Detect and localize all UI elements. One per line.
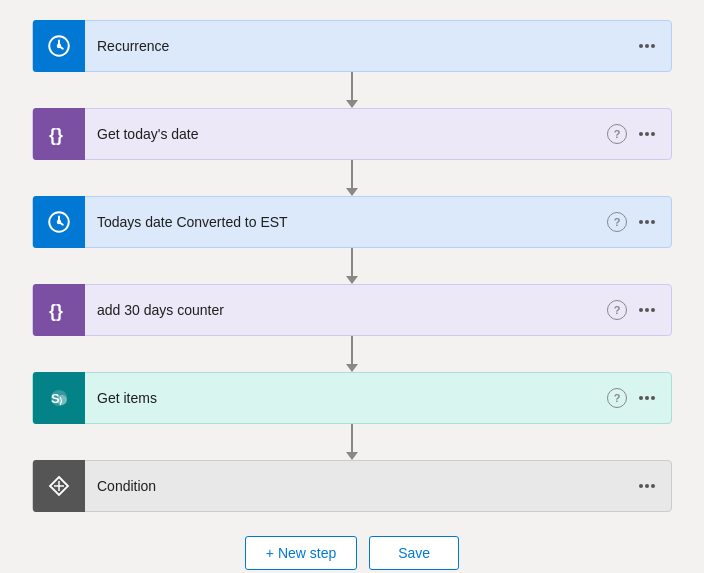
- connector-arrow: [346, 188, 358, 196]
- step-card-add-30-days[interactable]: {} add 30 days counter?: [32, 284, 672, 336]
- step-icon-get-items: S ⟩: [33, 372, 85, 424]
- step-label-get-todays-date: Get today's date: [97, 126, 607, 142]
- svg-point-3: [58, 45, 61, 48]
- connector-3: [346, 336, 358, 372]
- svg-text:{}: {}: [49, 125, 63, 145]
- help-icon-get-todays-date[interactable]: ?: [607, 124, 627, 144]
- step-icon-add-30-days: {}: [33, 284, 85, 336]
- ellipsis-btn-get-items[interactable]: [635, 392, 659, 404]
- connector-line: [351, 336, 353, 364]
- step-card-todays-date-converted[interactable]: Todays date Converted to EST?: [32, 196, 672, 248]
- svg-text:{}: {}: [49, 301, 63, 321]
- connector-line: [351, 160, 353, 188]
- new-step-button[interactable]: + New step: [245, 536, 357, 570]
- connector-1: [346, 160, 358, 196]
- connector-line: [351, 72, 353, 100]
- connector-4: [346, 424, 358, 460]
- step-card-get-items[interactable]: S ⟩ Get items?: [32, 372, 672, 424]
- step-label-add-30-days: add 30 days counter: [97, 302, 607, 318]
- save-button[interactable]: Save: [369, 536, 459, 570]
- help-icon-get-items[interactable]: ?: [607, 388, 627, 408]
- step-actions-add-30-days: ?: [607, 300, 659, 320]
- step-label-get-items: Get items: [97, 390, 607, 406]
- step-label-condition: Condition: [97, 478, 635, 494]
- help-icon-add-30-days[interactable]: ?: [607, 300, 627, 320]
- connector-0: [346, 72, 358, 108]
- ellipsis-btn-recurrence[interactable]: [635, 40, 659, 52]
- step-actions-todays-date-converted: ?: [607, 212, 659, 232]
- bottom-bar: + New step Save: [245, 536, 459, 570]
- step-card-get-todays-date[interactable]: {} Get today's date?: [32, 108, 672, 160]
- connector-arrow: [346, 100, 358, 108]
- step-actions-get-items: ?: [607, 388, 659, 408]
- svg-text:⟩: ⟩: [59, 396, 63, 406]
- connector-arrow: [346, 364, 358, 372]
- step-actions-recurrence: [635, 40, 659, 52]
- step-card-condition[interactable]: Condition: [32, 460, 672, 512]
- ellipsis-btn-add-30-days[interactable]: [635, 304, 659, 316]
- step-actions-condition: [635, 480, 659, 492]
- svg-point-8: [58, 221, 61, 224]
- step-card-recurrence[interactable]: Recurrence: [32, 20, 672, 72]
- step-label-todays-date-converted: Todays date Converted to EST: [97, 214, 607, 230]
- connector-line: [351, 424, 353, 452]
- step-icon-get-todays-date: {}: [33, 108, 85, 160]
- ellipsis-btn-todays-date-converted[interactable]: [635, 216, 659, 228]
- ellipsis-btn-get-todays-date[interactable]: [635, 128, 659, 140]
- flow-container: Recurrence {} Get today's date? Todays d…: [32, 20, 672, 512]
- step-actions-get-todays-date: ?: [607, 124, 659, 144]
- step-icon-recurrence: [33, 20, 85, 72]
- connector-line: [351, 248, 353, 276]
- help-icon-todays-date-converted[interactable]: ?: [607, 212, 627, 232]
- ellipsis-btn-condition[interactable]: [635, 480, 659, 492]
- step-icon-todays-date-converted: [33, 196, 85, 248]
- step-icon-condition: [33, 460, 85, 512]
- connector-2: [346, 248, 358, 284]
- connector-arrow: [346, 452, 358, 460]
- connector-arrow: [346, 276, 358, 284]
- step-label-recurrence: Recurrence: [97, 38, 635, 54]
